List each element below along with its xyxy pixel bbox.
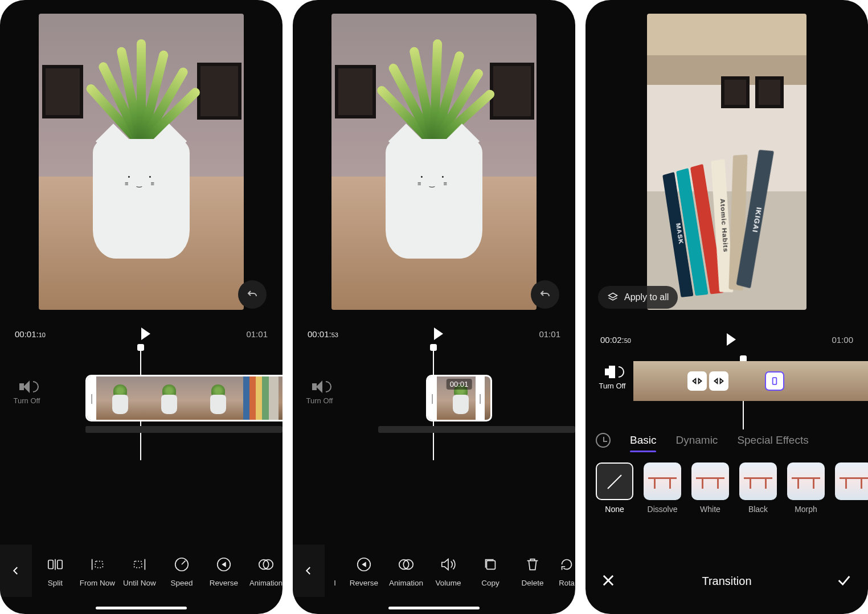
preview-area: MASK Atomic Habits IKIGAI Apply to all	[586, 0, 868, 325]
timeline[interactable]: Turn Off | | 00:01	[293, 346, 575, 460]
undo-button[interactable]	[531, 280, 559, 309]
play-button[interactable]	[141, 328, 150, 340]
phone-screen-3: MASK Atomic Habits IKIGAI Apply to all 0…	[586, 0, 868, 614]
video-preview[interactable]: • •≡ ‿ ≡	[39, 14, 244, 310]
timeline[interactable]: Turn Off |	[0, 346, 282, 460]
animation-icon	[257, 556, 275, 573]
panel-title: Transition	[702, 575, 751, 588]
split-icon	[47, 556, 64, 573]
svg-rect-17	[486, 560, 495, 569]
tool-until-now[interactable]: Until Now	[118, 555, 161, 587]
reverse-icon	[355, 556, 372, 573]
transition-icon	[691, 375, 703, 387]
trash-icon	[524, 556, 541, 573]
timeline[interactable]: Turn Off	[586, 352, 868, 426]
confirm-button[interactable]	[836, 572, 853, 590]
undo-button[interactable]	[238, 280, 267, 309]
transition-dissolve[interactable]: Dissolve	[642, 462, 682, 514]
transition-next[interactable]	[834, 462, 868, 514]
bottom-toolbar: I Reverse Animation Volume Copy Delete	[293, 545, 575, 597]
svg-rect-4	[95, 561, 103, 567]
clip-selected[interactable]: |	[85, 375, 282, 421]
tool-reverse[interactable]: Reverse	[343, 555, 385, 587]
rotate-icon	[558, 556, 575, 573]
transition-black[interactable]: Black	[738, 462, 778, 514]
tool-cut-overflow[interactable]: I	[327, 555, 343, 587]
pot-graphic: • •≡ ‿ ≡	[93, 139, 190, 259]
svg-rect-5	[134, 561, 142, 567]
tool-split[interactable]: Split	[34, 555, 76, 587]
turn-off-label: Turn Off	[301, 396, 338, 405]
until-now-icon	[131, 556, 148, 573]
clip-duration-label: 00:01	[447, 379, 472, 390]
turn-off-label: Turn Off	[593, 382, 631, 390]
time-current: 00:01:53	[308, 329, 338, 339]
tool-copy[interactable]: Copy	[469, 555, 511, 587]
clip-selected[interactable]: | | 00:01	[426, 375, 492, 421]
time-current: 00:02:50	[600, 335, 631, 345]
time-total: 01:01	[539, 329, 560, 339]
audio-toggle[interactable]: Turn Off	[8, 380, 46, 405]
close-button[interactable]	[600, 572, 617, 590]
preview-area: • •≡ ‿ ≡	[0, 0, 282, 319]
home-indicator[interactable]	[388, 607, 480, 609]
video-preview[interactable]: MASK Atomic Habits IKIGAI	[647, 14, 806, 310]
tab-basic[interactable]: Basic	[630, 434, 656, 447]
check-icon	[836, 572, 852, 588]
transition-morph[interactable]: Morph	[786, 462, 826, 514]
playbar: 00:01:10 01:01	[0, 319, 282, 346]
tool-volume[interactable]: Volume	[427, 555, 469, 587]
svg-point-11	[259, 559, 269, 569]
video-preview[interactable]: • •≡ ‿ ≡	[331, 14, 537, 310]
svg-point-12	[263, 559, 273, 569]
track-strip	[85, 426, 282, 433]
toolbar-back-button[interactable]	[0, 545, 32, 597]
toolbar-back-button[interactable]	[293, 545, 325, 597]
transition-marker-active[interactable]	[765, 371, 784, 391]
home-indicator[interactable]	[96, 607, 187, 609]
tab-special-effects[interactable]: Special Effects	[737, 434, 808, 447]
clip-handle-right[interactable]: |	[476, 376, 485, 420]
transition-list[interactable]: None Dissolve White Black Morph	[586, 455, 868, 514]
copy-icon	[482, 556, 499, 573]
svg-rect-0	[48, 560, 53, 568]
reverse-icon	[215, 556, 232, 573]
svg-rect-1	[58, 560, 62, 568]
play-button[interactable]	[434, 328, 443, 340]
clip-handle-left[interactable]: |	[87, 376, 96, 420]
transition-marker-1[interactable]	[687, 371, 707, 391]
transition-none[interactable]: None	[595, 462, 634, 514]
svg-point-16	[403, 559, 413, 569]
history-icon[interactable]	[596, 433, 611, 448]
audio-toggle[interactable]: Turn Off	[593, 366, 631, 390]
animation-icon	[398, 556, 415, 573]
phone-screen-1: • •≡ ‿ ≡ 00:01:10 01:01 Turn Off |	[0, 0, 282, 614]
svg-marker-14	[362, 562, 366, 567]
apply-to-all-button[interactable]: Apply to all	[598, 286, 678, 309]
transition-none-icon	[769, 375, 780, 387]
tool-speed[interactable]: Speed	[161, 555, 203, 587]
tool-from-now[interactable]: From Now	[76, 555, 118, 587]
panel-footer: Transition	[586, 565, 868, 597]
svg-line-8	[182, 560, 186, 564]
play-button[interactable]	[727, 333, 736, 346]
playbar: 00:02:50 01:00	[586, 325, 868, 352]
close-icon	[600, 572, 616, 588]
tool-animation[interactable]: Animation	[385, 555, 427, 587]
chevron-left-icon	[304, 563, 314, 579]
transition-white[interactable]: White	[690, 462, 730, 514]
tool-rotate[interactable]: Rota	[554, 555, 575, 587]
volume-icon	[440, 556, 457, 573]
tab-dynamic[interactable]: Dynamic	[675, 434, 718, 447]
speed-icon	[173, 556, 190, 573]
transition-marker-2[interactable]	[709, 371, 728, 391]
transition-icon	[713, 375, 724, 387]
time-total: 01:00	[832, 335, 853, 345]
tool-animation[interactable]: Animation	[245, 555, 282, 587]
track-strip	[378, 426, 575, 433]
tool-delete[interactable]: Delete	[511, 555, 554, 587]
tool-reverse[interactable]: Reverse	[203, 555, 245, 587]
clip-handle-left[interactable]: |	[428, 376, 437, 420]
audio-toggle[interactable]: Turn Off	[301, 380, 338, 405]
svg-rect-18	[773, 378, 777, 384]
